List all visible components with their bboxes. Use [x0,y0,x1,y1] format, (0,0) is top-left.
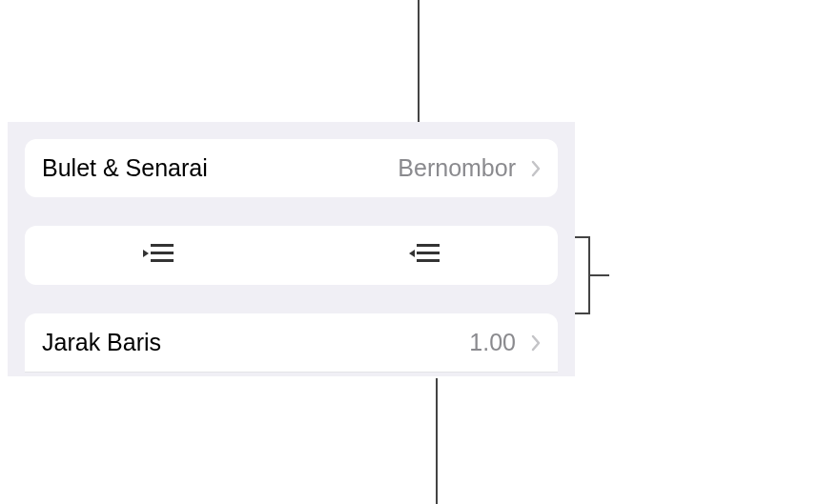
svg-rect-2 [151,259,174,262]
line-spacing-value-group: 1.00 [469,329,541,356]
svg-rect-6 [417,259,440,262]
outdent-icon [141,242,175,269]
callout-line-top [418,0,420,122]
format-panel: Bulet & Senarai Bernombor [8,122,575,376]
chevron-right-icon [531,160,541,177]
svg-rect-1 [151,252,174,254]
svg-rect-0 [151,244,174,247]
indent-button[interactable] [292,242,559,269]
line-spacing-value: 1.00 [469,329,516,356]
callout-bracket-stem [590,274,609,276]
bullets-lists-row[interactable]: Bulet & Senarai Bernombor [25,139,558,197]
outdent-button[interactable] [25,242,292,269]
chevron-right-icon [531,334,541,352]
svg-marker-7 [409,250,415,257]
bullets-lists-value: Bernombor [398,154,516,182]
line-spacing-label: Jarak Baris [42,329,161,356]
svg-rect-4 [417,244,440,247]
callout-bracket-right [575,236,590,314]
indent-controls-row [25,226,558,285]
svg-rect-5 [417,252,440,254]
indent-icon [407,242,441,269]
callout-line-bottom [436,378,438,504]
svg-marker-3 [143,250,149,257]
bullets-lists-value-group: Bernombor [398,154,541,182]
line-spacing-row[interactable]: Jarak Baris 1.00 [25,313,558,373]
bullets-lists-label: Bulet & Senarai [42,154,208,182]
